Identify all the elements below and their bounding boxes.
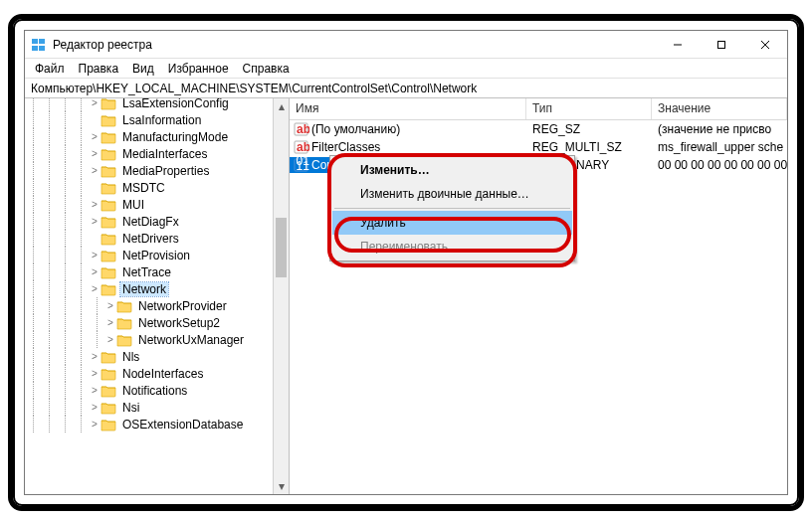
tree-item[interactable]: >MediaProperties [25,162,289,179]
tree-item[interactable]: >MediaInterfaces [25,145,289,162]
menu-view[interactable]: Вид [126,60,160,78]
tree-item[interactable]: >Network [25,280,289,297]
tree-item[interactable]: >NetworkUxManager [25,331,289,348]
tree-item-label: NetDiagFx [120,215,181,229]
tree-item[interactable]: >NetTrace [25,263,289,280]
tree-item[interactable]: >Nsi [25,399,289,416]
tree-scrollbar[interactable]: ▴ ▾ [273,98,289,494]
folder-icon [101,282,116,296]
column-type[interactable]: Тип [526,98,652,119]
svg-text:110: 110 [297,159,310,173]
tree-item[interactable]: >LsaExtensionConfig [25,98,289,111]
menubar: Файл Правка Вид Избранное Справка [25,59,787,79]
folder-icon [101,130,116,144]
value-type: REG_SZ [526,122,652,136]
tree-item-label: NodeInterfaces [120,367,205,381]
expand-icon[interactable]: > [89,131,101,142]
expand-icon[interactable]: > [104,334,116,345]
menu-edit[interactable]: Правка [73,60,125,78]
folder-icon [116,316,132,330]
folder-icon [101,350,116,364]
column-value[interactable]: Значение [652,98,787,119]
folder-icon [101,384,116,398]
tree-item[interactable]: MSDTC [25,179,289,196]
expand-icon[interactable]: > [104,300,116,311]
tree-item[interactable]: >NetProvision [25,247,289,263]
tree-item[interactable]: >OSExtensionDatabase [25,416,289,433]
minimize-button[interactable] [656,31,700,59]
ctx-modify-binary[interactable]: Изменить двоичные данные… [332,182,572,206]
tree-item-label: LsaInformation [120,113,203,127]
svg-rect-2 [32,46,38,51]
column-name[interactable]: Имя [290,98,526,119]
tree-pane[interactable]: >LsaExtensionConfigLsaInformation>Manufa… [25,98,290,494]
ctx-rename[interactable]: Переименовать [332,235,572,259]
expand-icon[interactable]: > [89,402,101,413]
tree-item[interactable]: LsaInformation [25,111,289,128]
svg-text:ab: ab [297,140,309,154]
expand-icon[interactable]: > [89,419,101,430]
list-row[interactable]: abFilterClassesREG_MULTI_SZms_firewall_u… [290,138,787,156]
tree-item[interactable]: >NetworkSetup2 [25,314,289,331]
value-type-icon: ab [294,139,309,155]
folder-icon [101,401,116,415]
tree-item[interactable]: >NetworkProvider [25,297,289,314]
expand-icon[interactable]: > [89,250,101,260]
tree-item-label: NetworkProvider [136,299,229,313]
folder-icon [101,249,116,262]
scroll-down-icon[interactable]: ▾ [274,478,289,494]
expand-icon[interactable]: > [89,283,101,294]
expand-icon[interactable]: > [89,351,101,362]
expand-icon[interactable]: > [89,385,101,396]
expand-icon[interactable]: > [104,317,116,328]
ctx-delete[interactable]: Удалить [332,211,572,235]
expand-icon[interactable]: > [89,368,101,379]
tree-item-label: NetDrivers [120,232,181,246]
folder-icon [101,215,116,229]
maximize-button[interactable] [700,31,743,59]
tree-item[interactable]: >NodeInterfaces [25,365,289,382]
expand-icon[interactable]: > [89,98,101,108]
svg-rect-1 [39,39,45,44]
list-row[interactable]: ab(По умолчанию)REG_SZ(значение не присв… [290,120,787,138]
folder-icon [101,147,116,161]
expand-icon[interactable]: > [89,165,101,176]
address-bar[interactable]: Компьютер\HKEY_LOCAL_MACHINE\SYSTEM\Curr… [25,79,787,98]
tree-item-label: Network [120,282,168,296]
folder-icon [116,333,132,347]
svg-text:ab: ab [297,122,309,136]
ctx-modify[interactable]: Изменить… [332,158,572,182]
value-data: 00 00 00 00 00 00 00 00 [652,158,787,172]
tree-item-label: MSDTC [120,181,167,195]
menu-file[interactable]: Файл [29,60,71,78]
value-type-icon: 011110 [294,157,309,173]
expand-icon[interactable]: > [89,216,101,227]
scroll-up-icon[interactable]: ▴ [274,98,289,114]
tree-item-label: LsaExtensionConfig [120,98,231,110]
folder-icon [101,198,116,212]
expand-icon[interactable]: > [89,148,101,159]
tree-item[interactable]: >ManufacturingMode [25,128,289,145]
context-menu: Изменить… Изменить двоичные данные… Удал… [329,155,575,261]
svg-rect-5 [718,41,725,48]
close-button[interactable] [743,31,787,59]
folder-icon [101,367,116,381]
expand-icon[interactable]: > [89,199,101,210]
tree-item[interactable]: >NetDiagFx [25,213,289,230]
list-header[interactable]: Имя Тип Значение [290,98,787,120]
tree-item[interactable]: NetDrivers [25,230,289,247]
tree-item[interactable]: >MUI [25,196,289,213]
regedit-window: Редактор реестра Файл Правка Вид Избранн… [24,30,788,495]
tree-item-label: NetProvision [120,249,192,262]
regedit-icon [31,37,47,53]
tree-item[interactable]: >Notifications [25,382,289,399]
tree-item-label: OSExtensionDatabase [120,418,245,432]
menu-favorites[interactable]: Избранное [162,60,235,78]
expand-icon[interactable]: > [89,266,101,277]
tree-item-label: NetTrace [120,265,173,279]
tree-item[interactable]: >Nls [25,348,289,365]
scroll-thumb[interactable] [276,218,287,277]
value-name: (По умолчанию) [311,122,400,136]
menu-help[interactable]: Справка [237,60,296,78]
folder-icon [101,418,116,432]
